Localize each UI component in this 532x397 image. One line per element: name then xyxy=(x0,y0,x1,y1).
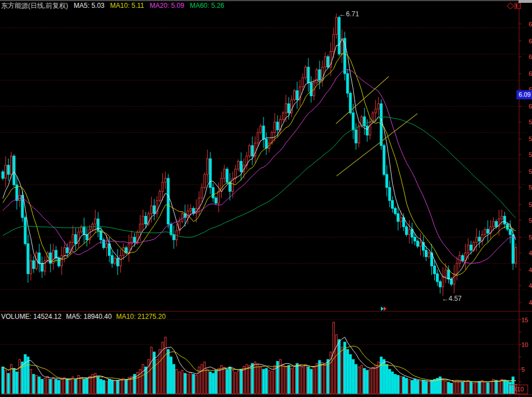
ma60-value: MA60: 5.26 xyxy=(190,2,224,10)
marker-triangle-red xyxy=(384,306,387,311)
svg-text:5.75: 5.75 xyxy=(529,136,532,142)
volume-ma5-value: MA5: 18940.40 xyxy=(66,313,111,321)
ma10-value: MA10: 5.11 xyxy=(110,2,144,10)
svg-text:5: 5 xyxy=(521,366,525,373)
svg-text:6.38: 6.38 xyxy=(529,53,532,60)
svg-text:6.50: 6.50 xyxy=(529,38,532,44)
svg-text:5.88: 5.88 xyxy=(529,119,532,125)
volume-ma10-value: MA10: 21275.20 xyxy=(116,313,166,321)
low-price-annotation: ←4.57 xyxy=(442,295,461,303)
volume-scale-unit: X10 xyxy=(508,385,528,394)
pane-divider[interactable] xyxy=(0,311,532,312)
svg-text:5.50: 5.50 xyxy=(529,168,532,175)
svg-text:5.00: 5.00 xyxy=(529,234,532,241)
main-chart-canvas[interactable]: 6.636.506.386.256.136.005.885.755.635.50… xyxy=(0,0,532,397)
svg-text:5.25: 5.25 xyxy=(529,201,532,208)
ma20-value: MA20: 5.09 xyxy=(150,2,184,10)
svg-text:5.63: 5.63 xyxy=(529,151,532,158)
svg-text:6.63: 6.63 xyxy=(529,21,532,28)
pane-marker-icon[interactable] xyxy=(381,306,388,311)
high-price-annotation: ←6.71 xyxy=(339,10,359,18)
svg-text:15: 15 xyxy=(521,317,528,323)
svg-text:4.88: 4.88 xyxy=(529,250,532,256)
stock-app-window: { "header": { "title": "东方能源(日线,前复权)", "… xyxy=(0,0,532,397)
ma5-value: MA5: 5.03 xyxy=(74,2,104,10)
svg-text:6.25: 6.25 xyxy=(529,70,532,77)
window-restore-icon-fill xyxy=(516,4,517,8)
bottom-border xyxy=(0,394,532,395)
svg-text:6.00: 6.00 xyxy=(529,103,532,110)
volume-value: VOLUME: 14524.12 xyxy=(1,313,61,321)
svg-text:4.63: 4.63 xyxy=(529,282,532,289)
indicator-header: 东方能源(日线,前复权)MA5: 5.03MA10: 5.11MA20: 5.0… xyxy=(1,1,230,10)
volume-indicator-header: VOLUME: 14524.12MA5: 18940.40MA10: 21275… xyxy=(1,313,170,321)
svg-text:5.13: 5.13 xyxy=(529,217,532,224)
svg-text:4.75: 4.75 xyxy=(529,267,532,273)
stock-title: 东方能源(日线,前复权) xyxy=(1,2,68,10)
svg-text:5.38: 5.38 xyxy=(529,184,532,191)
svg-text:4.50: 4.50 xyxy=(529,299,532,306)
window-restore-icon[interactable] xyxy=(515,3,521,9)
svg-text:10: 10 xyxy=(521,341,528,348)
last-price-badge: 6.09 xyxy=(516,90,532,100)
